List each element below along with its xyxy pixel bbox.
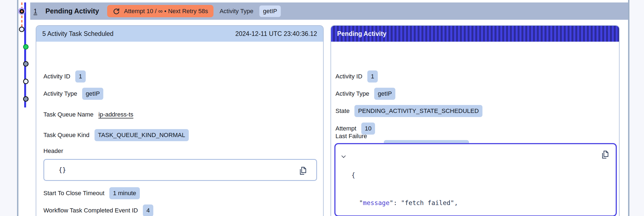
field-value-badge: 4	[143, 204, 153, 216]
field-label: Task Queue Name	[43, 111, 93, 118]
retry-attempt-text: Attempt 10 / ∞ • Next Retry 58s	[124, 8, 208, 15]
field-row: Activity ID 1	[43, 70, 86, 83]
pending-activity-title: Pending Activity	[337, 30, 386, 38]
pending-activity-card: Pending Activity Activity ID 1 Activity …	[331, 25, 620, 216]
pending-activity-dot[interactable]	[18, 8, 25, 15]
timeline-event-scheduled[interactable]	[19, 27, 24, 32]
field-value-badge: 1	[75, 70, 86, 83]
retry-dashed-line	[21, 2, 23, 28]
field-row: State PENDING_ACTIVITY_STATE_SCHEDULED	[335, 105, 482, 117]
header-field-label: Header	[43, 147, 63, 155]
field-row: Activity Type getIP	[43, 88, 103, 100]
timeline-event-gray-1[interactable]	[23, 61, 29, 67]
event-summary-bar[interactable]: 1 Pending Activity Attempt 10 / ∞ • Next…	[30, 2, 628, 20]
field-value-badge: PENDING_ACTIVITY_STATE_SCHEDULED	[354, 105, 482, 117]
field-value-badge: 1 minute	[109, 187, 140, 199]
chevron-down-icon[interactable]	[342, 154, 345, 157]
activity-type-label: Activity Type	[220, 8, 253, 15]
header-json-box: {}	[43, 159, 317, 181]
retry-icon	[113, 7, 120, 15]
copy-icon[interactable]	[299, 166, 306, 175]
field-label: Attempt	[335, 125, 356, 132]
timeline-line	[24, 2, 26, 107]
left-gutter	[0, 0, 17, 216]
last-failure-label: Last Failure	[335, 133, 367, 140]
field-row: Start To Close Timeout 1 minute	[43, 187, 140, 199]
code-line: "message": "fetch failed",	[351, 198, 596, 208]
event-detail-timestamp: 2024-12-11 UTC 23:40:36.12	[235, 30, 317, 38]
right-gutter	[629, 0, 644, 216]
event-detail-card: 5 Activity Task Scheduled 2024-12-11 UTC…	[36, 25, 324, 216]
last-failure-json: { "message": "fetch failed", "source": "…	[351, 152, 596, 216]
field-row: Workflow Task Completed Event ID 4	[43, 204, 153, 216]
timeline-event-white-2[interactable]	[23, 79, 29, 84]
field-row: Activity Type getIP	[335, 88, 395, 100]
field-value-badge: TASK_QUEUE_KIND_NORMAL	[95, 129, 189, 141]
pending-activity-dot-core	[21, 10, 23, 12]
field-label: Workflow Task Completed Event ID	[43, 207, 138, 214]
event-id-link[interactable]: 1	[34, 7, 37, 15]
field-label: Activity ID	[335, 73, 362, 80]
field-label: Activity Type	[43, 90, 77, 97]
code-line: {	[351, 171, 596, 180]
field-value-badge: getIP	[82, 88, 103, 100]
field-row: Task Queue Kind TASK_QUEUE_KIND_NORMAL	[43, 129, 189, 141]
field-label: Activity ID	[43, 73, 70, 80]
event-title: Pending Activity	[45, 7, 99, 15]
field-label: State	[335, 107, 349, 115]
event-detail-title: 5 Activity Task Scheduled	[42, 30, 113, 38]
left-divider	[17, 0, 18, 216]
field-value-badge: 1	[367, 70, 378, 83]
activity-type-badge: getIP	[259, 5, 281, 17]
field-value-badge: getIP	[374, 88, 395, 100]
field-label: Start To Close Timeout	[43, 190, 104, 197]
header-json-content: {}	[59, 166, 66, 174]
field-label: Task Queue Kind	[43, 132, 90, 139]
field-row: Activity ID 1	[335, 70, 378, 83]
task-queue-link[interactable]: ip-address-ts	[98, 111, 133, 118]
timeline-event-gray-2[interactable]	[23, 96, 29, 102]
retry-attempt-badge: Attempt 10 / ∞ • Next Retry 58s	[107, 5, 213, 17]
copy-icon[interactable]	[601, 150, 609, 159]
timeline-event-green[interactable]	[23, 44, 29, 50]
pending-activity-dot-ring	[20, 9, 24, 14]
field-label: Activity Type	[335, 90, 369, 97]
field-row: Task Queue Name ip-address-ts	[43, 109, 133, 121]
pending-activity-header: Pending Activity	[331, 26, 619, 42]
last-failure-code-block: { "message": "fetch failed", "source": "…	[334, 143, 617, 216]
event-detail-header[interactable]: 5 Activity Task Scheduled 2024-12-11 UTC…	[36, 26, 323, 42]
